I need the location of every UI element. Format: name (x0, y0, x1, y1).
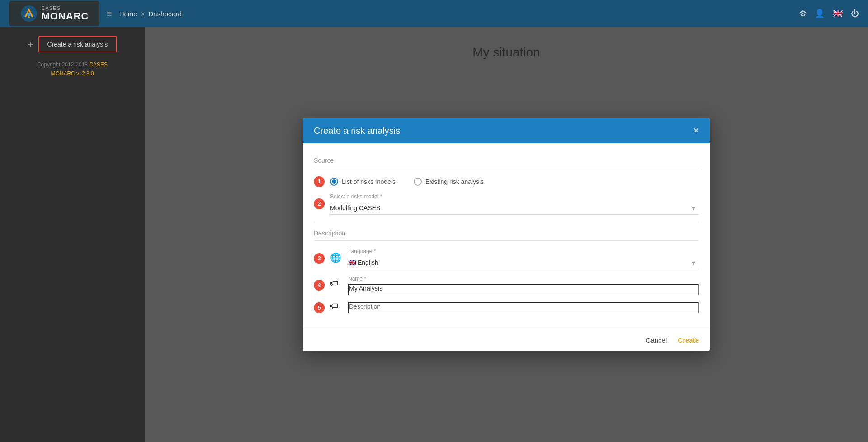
content-area: My situation Create a risk analysis × So… (145, 27, 868, 442)
step-5-row: 5 🏷 (314, 301, 699, 314)
create-button[interactable]: Create (678, 336, 699, 344)
step-2-row: 2 Select a risks model * Modelling CASES… (314, 193, 699, 215)
radio-existing-label: Existing risk analysis (425, 178, 484, 185)
description-input[interactable] (348, 302, 699, 313)
logo: CASES MONARC (9, 1, 99, 26)
svg-point-3 (27, 13, 31, 16)
create-risk-analysis-button[interactable]: Create a risk analysis (38, 36, 117, 52)
step-5-badge: 5 (314, 302, 325, 313)
step-4-row: 4 🏷 Name * (314, 276, 699, 295)
globe-icon: 🌐 (330, 252, 343, 265)
step-1-row: 1 List of risks models Existing risk ana… (314, 176, 699, 187)
breadcrumb-current: Dashboard (148, 10, 181, 18)
step-4-badge: 4 (314, 280, 325, 291)
cases-link[interactable]: CASES (89, 61, 108, 68)
gear-icon[interactable]: ⚙ (799, 9, 807, 19)
radio-group: List of risks models Existing risk analy… (330, 178, 699, 186)
logo-monarc-text: MONARC (42, 11, 89, 22)
monarc-version-link[interactable]: MONARC v. 2.3.0 (51, 71, 94, 77)
breadcrumb-separator: > (141, 10, 145, 18)
modal-footer: Cancel Create (303, 329, 710, 351)
tag-name-icon: 🏷 (330, 279, 343, 292)
radio-list-checked-icon (330, 178, 338, 186)
create-risk-analysis-modal: Create a risk analysis × Source 1 List o… (303, 118, 710, 351)
language-select-wrapper: 🇬🇧 English 🇫🇷 French 🇩🇪 German ▾ (348, 256, 699, 269)
step-4-content: Name * (348, 276, 699, 295)
breadcrumb: Home > Dashboard (119, 10, 182, 18)
modal-close-button[interactable]: × (693, 126, 699, 136)
user-icon[interactable]: 👤 (815, 9, 825, 19)
radio-existing-icon (414, 178, 422, 186)
language-label: Language * (348, 248, 699, 254)
step-2-badge: 2 (314, 198, 325, 209)
sidebar: + Create a risk analysis Copyright 2012-… (0, 27, 145, 442)
modal-title: Create a risk analysis (314, 126, 400, 136)
name-input[interactable] (348, 284, 699, 295)
description-section-label: Description (314, 230, 699, 241)
cancel-button[interactable]: Cancel (646, 336, 667, 344)
select-risks-label: Select a risks model * (330, 193, 699, 200)
step-3-row: 3 🌐 Language * 🇬🇧 English 🇫🇷 French 🇩🇪 G… (314, 248, 699, 269)
radio-list-of-risks[interactable]: List of risks models (330, 178, 396, 186)
step-3-badge: 3 (314, 253, 325, 264)
copyright-text: Copyright 2012-2018 CASES (37, 61, 108, 68)
language-select[interactable]: 🇬🇧 English 🇫🇷 French 🇩🇪 German (348, 256, 699, 269)
step-1-badge: 1 (314, 176, 325, 187)
logout-icon[interactable]: ⏻ (851, 9, 859, 19)
source-label: Source (314, 157, 699, 169)
breadcrumb-home[interactable]: Home (119, 10, 137, 18)
radio-existing-analysis[interactable]: Existing risk analysis (414, 178, 484, 186)
flag-icon[interactable]: 🇬🇧 (833, 9, 843, 19)
hamburger-icon[interactable]: ≡ (107, 9, 112, 19)
step-5-content (348, 302, 699, 313)
risks-model-select[interactable]: Modelling CASES Option 2 (330, 202, 699, 215)
section-separator (314, 222, 699, 222)
step-3-content: Language * 🇬🇧 English 🇫🇷 French 🇩🇪 Germa… (348, 248, 699, 269)
step-2-content: Select a risks model * Modelling CASES O… (330, 193, 699, 215)
name-label: Name * (348, 276, 699, 282)
radio-list-label: List of risks models (342, 178, 396, 185)
modal-overlay: Create a risk analysis × Source 1 List o… (145, 27, 868, 442)
modal-header: Create a risk analysis × (303, 118, 710, 143)
tag-desc-icon: 🏷 (330, 301, 343, 314)
modal-body: Source 1 List of risks models Existing r… (303, 143, 710, 329)
add-icon[interactable]: + (28, 38, 34, 50)
risks-model-select-wrapper: Modelling CASES Option 2 ▾ (330, 202, 699, 215)
logo-icon (20, 5, 38, 23)
